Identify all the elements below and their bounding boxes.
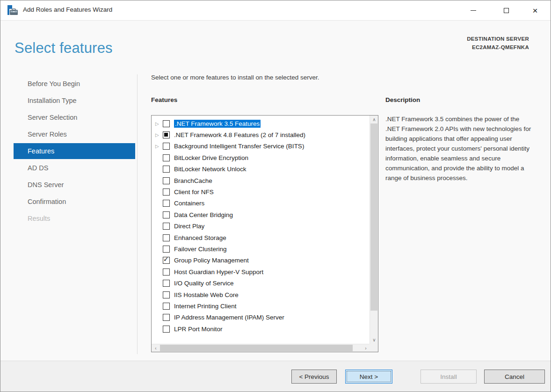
feature-label[interactable]: BranchCache xyxy=(174,177,212,184)
footer-bar: < PreviousNext >InstallCancel xyxy=(0,361,551,392)
feature-label[interactable]: Containers xyxy=(174,200,204,207)
maximize-button[interactable] xyxy=(495,0,517,20)
feature-row[interactable]: IIS Hostable Web Core xyxy=(152,289,370,300)
feature-label[interactable]: IIS Hostable Web Core xyxy=(174,291,239,298)
vertical-scrollbar[interactable]: ∧ ∨ xyxy=(370,116,378,344)
feature-label[interactable]: Background Intelligent Transfer Service … xyxy=(174,143,304,150)
horizontal-scrollbar-thumb[interactable] xyxy=(160,345,353,351)
feature-checkbox-unchecked[interactable] xyxy=(163,303,170,310)
feature-label[interactable]: Direct Play xyxy=(174,223,204,230)
feature-checkbox-partial[interactable] xyxy=(163,131,170,138)
maximize-icon xyxy=(504,8,509,13)
feature-row[interactable]: BitLocker Network Unlock xyxy=(152,164,370,175)
destination-server-label: DESTINATION SERVER xyxy=(467,36,529,42)
features-list-rows: ▷.NET Framework 3.5 Features▷.NET Framew… xyxy=(152,116,370,344)
feature-label[interactable]: Client for NFS xyxy=(174,189,214,196)
feature-row[interactable]: ✓Group Policy Management xyxy=(152,255,370,266)
vertical-scrollbar-thumb[interactable] xyxy=(370,123,377,311)
scroll-right-icon[interactable]: › xyxy=(362,344,370,352)
expand-arrow-icon[interactable]: ▷ xyxy=(155,121,163,126)
cancel-button[interactable]: Cancel xyxy=(484,370,545,384)
page-title: Select features xyxy=(14,40,113,57)
next-button[interactable]: Next > xyxy=(345,370,392,384)
feature-checkbox-unchecked[interactable] xyxy=(163,166,170,173)
feature-row[interactable]: Client for NFS xyxy=(152,186,370,197)
feature-row[interactable]: Data Center Bridging xyxy=(152,209,370,220)
feature-checkbox-unchecked[interactable] xyxy=(163,291,170,298)
feature-checkbox-unchecked[interactable] xyxy=(163,246,170,253)
feature-checkbox-unchecked[interactable] xyxy=(163,223,170,230)
description-text: .NET Framework 3.5 combines the power of… xyxy=(385,114,532,183)
feature-row[interactable]: Host Guardian Hyper-V Support xyxy=(152,266,370,277)
feature-checkbox-checked[interactable]: ✓ xyxy=(163,257,170,264)
scroll-up-icon[interactable]: ∧ xyxy=(370,116,378,123)
feature-row[interactable]: BitLocker Drive Encryption xyxy=(152,152,370,163)
wizard-steps-nav: Before You BeginInstallation TypeServer … xyxy=(0,75,137,227)
description-label: Description xyxy=(385,96,420,103)
feature-label[interactable]: Failover Clustering xyxy=(174,246,227,253)
expand-arrow-icon[interactable]: ▷ xyxy=(155,144,163,149)
close-icon: × xyxy=(532,6,537,15)
sidebar-item-server-roles[interactable]: Server Roles xyxy=(0,126,137,143)
feature-label[interactable]: Host Guardian Hyper-V Support xyxy=(174,269,263,276)
features-listbox[interactable]: ▷.NET Framework 3.5 Features▷.NET Framew… xyxy=(151,115,378,352)
feature-row[interactable]: Failover Clustering xyxy=(152,243,370,254)
feature-label[interactable]: Internet Printing Client xyxy=(174,303,237,310)
feature-row[interactable]: Direct Play xyxy=(152,221,370,232)
feature-label[interactable]: Data Center Bridging xyxy=(174,211,233,218)
feature-row[interactable]: BranchCache xyxy=(152,175,370,186)
feature-row[interactable]: ▷Background Intelligent Transfer Service… xyxy=(152,141,370,152)
feature-checkbox-unchecked[interactable] xyxy=(163,326,170,333)
nav-divider xyxy=(137,74,138,354)
feature-label[interactable]: .NET Framework 4.8 Features (2 of 7 inst… xyxy=(174,131,305,138)
feature-checkbox-unchecked[interactable] xyxy=(163,314,170,321)
feature-label[interactable]: Group Policy Management xyxy=(174,257,249,264)
feature-label[interactable]: I/O Quality of Service xyxy=(174,280,234,287)
sidebar-item-confirmation[interactable]: Confirmation xyxy=(0,193,137,210)
minimize-icon xyxy=(471,10,476,11)
feature-checkbox-unchecked[interactable] xyxy=(163,154,170,161)
feature-checkbox-unchecked[interactable] xyxy=(163,234,170,241)
horizontal-scrollbar[interactable]: ‹ › xyxy=(152,344,370,352)
feature-row[interactable]: I/O Quality of Service xyxy=(152,277,370,289)
previous-button[interactable]: < Previous xyxy=(291,370,337,384)
minimize-button[interactable] xyxy=(463,0,484,20)
sidebar-item-ad-ds[interactable]: AD DS xyxy=(0,160,137,176)
feature-checkbox-unchecked[interactable] xyxy=(163,120,170,127)
title-bar: Add Roles and Features Wizard × xyxy=(0,0,551,21)
expand-arrow-icon[interactable]: ▷ xyxy=(155,132,163,138)
feature-label[interactable]: .NET Framework 3.5 Features xyxy=(174,120,261,128)
scroll-down-icon[interactable]: ∨ xyxy=(370,336,378,344)
scrollbar-corner xyxy=(370,344,378,352)
feature-checkbox-unchecked[interactable] xyxy=(163,177,170,184)
sidebar-item-installation-type[interactable]: Installation Type xyxy=(0,92,137,109)
feature-row[interactable]: IP Address Management (IPAM) Server xyxy=(152,312,370,323)
partial-check-icon xyxy=(164,133,168,137)
feature-row[interactable]: ▷.NET Framework 3.5 Features xyxy=(152,118,370,129)
feature-checkbox-unchecked[interactable] xyxy=(163,280,170,287)
feature-checkbox-unchecked[interactable] xyxy=(163,200,170,207)
feature-row[interactable]: Containers xyxy=(152,198,370,209)
feature-label[interactable]: BitLocker Network Unlock xyxy=(174,166,246,173)
sidebar-item-features[interactable]: Features xyxy=(14,143,135,159)
feature-label[interactable]: IP Address Management (IPAM) Server xyxy=(174,314,284,321)
add-roles-features-wizard-window: Add Roles and Features Wizard × Select f… xyxy=(0,0,551,392)
feature-row[interactable]: LPR Port Monitor xyxy=(152,323,370,334)
features-list-label: Features xyxy=(151,96,177,103)
feature-checkbox-unchecked[interactable] xyxy=(163,211,170,218)
feature-checkbox-unchecked[interactable] xyxy=(163,143,170,150)
feature-checkbox-unchecked[interactable] xyxy=(163,269,170,276)
feature-label[interactable]: LPR Port Monitor xyxy=(174,326,223,333)
close-button[interactable]: × xyxy=(524,0,546,20)
feature-label[interactable]: Enhanced Storage xyxy=(174,234,226,241)
instruction-text: Select one or more features to install o… xyxy=(151,74,319,81)
feature-label[interactable]: BitLocker Drive Encryption xyxy=(174,154,248,161)
sidebar-item-dns-server[interactable]: DNS Server xyxy=(0,176,137,193)
sidebar-item-server-selection[interactable]: Server Selection xyxy=(0,109,137,126)
feature-row[interactable]: Internet Printing Client xyxy=(152,300,370,312)
feature-row[interactable]: Enhanced Storage xyxy=(152,232,370,243)
feature-row[interactable]: ▷.NET Framework 4.8 Features (2 of 7 ins… xyxy=(152,129,370,140)
scroll-left-icon[interactable]: ‹ xyxy=(152,344,160,352)
sidebar-item-before-you-begin[interactable]: Before You Begin xyxy=(0,75,137,92)
feature-checkbox-unchecked[interactable] xyxy=(163,189,170,196)
